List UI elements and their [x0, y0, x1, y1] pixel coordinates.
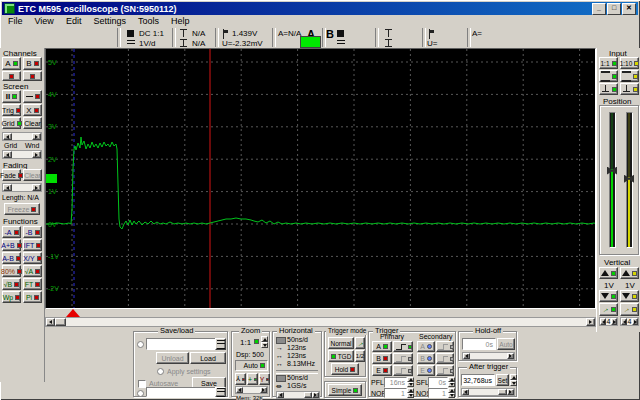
tgd-toggle-button[interactable]: TGD: [328, 350, 354, 362]
spin-down-icon[interactable]: [448, 393, 455, 398]
after-trigger-field[interactable]: 32,768us: [461, 374, 495, 386]
apply-settings-label[interactable]: Apply settings: [167, 368, 211, 375]
scroll-thumb[interactable]: [498, 389, 507, 395]
scroll-left-icon[interactable]: [462, 389, 469, 395]
after-trigger-spinner[interactable]: [510, 374, 517, 386]
channel-a-active-indicator[interactable]: [300, 36, 321, 48]
trigger-primary-e-button[interactable]: E: [372, 365, 392, 376]
hold-button[interactable]: Hold: [331, 363, 359, 375]
zoom-tool-1-button[interactable]: ⅄: [235, 373, 246, 385]
function-pi-button[interactable]: Pi: [23, 291, 42, 303]
scroll-left-icon[interactable]: [236, 387, 243, 393]
function-a-plus-b-button[interactable]: A+B: [2, 239, 21, 251]
scroll-left-icon[interactable]: [277, 392, 284, 398]
vertical-b-up-button[interactable]: [620, 267, 639, 279]
scroll-left-icon[interactable]: [3, 184, 12, 191]
scroll-right-icon[interactable]: [260, 387, 267, 393]
sfl-spinner[interactable]: [448, 377, 455, 387]
scroll-left-icon[interactable]: [3, 151, 12, 158]
sfl-field[interactable]: 0s: [428, 377, 448, 388]
saveload-radio-2[interactable]: [137, 390, 144, 397]
nos-field[interactable]: 1: [428, 388, 448, 398]
trigger-primary-b-button[interactable]: B: [372, 353, 392, 364]
saveload-radio-1[interactable]: [137, 341, 144, 348]
function-neg-b-button[interactable]: -B: [23, 226, 42, 238]
screen-pause-button[interactable]: II: [2, 90, 21, 103]
titlebar[interactable]: ETC M595 oscilloscope (SN:5950112) _ □ ✕: [2, 2, 638, 15]
vertical-a-down-button[interactable]: [599, 290, 618, 302]
menu-tools[interactable]: Tools: [132, 16, 165, 26]
holdoff-scrollbar[interactable]: [462, 352, 515, 360]
spin-right-icon[interactable]: [611, 318, 617, 325]
spin-down-icon[interactable]: [261, 342, 268, 348]
ground-a-button[interactable]: [599, 83, 618, 95]
load-file-dropdown-icon[interactable]: [215, 338, 226, 350]
fade-button[interactable]: Fade: [2, 169, 21, 181]
channel-b-aux-button[interactable]: [23, 71, 42, 81]
input-1-1-button[interactable]: 1:1: [599, 57, 618, 69]
nop-field[interactable]: 1: [384, 388, 407, 398]
trigger-primary-a-button[interactable]: A: [372, 341, 392, 352]
vertical-b-down-button[interactable]: [620, 290, 639, 302]
scroll-right-icon[interactable]: [32, 133, 41, 140]
nop-spinner[interactable]: [407, 388, 414, 398]
trigger-secondary-b-edge-button[interactable]: [436, 353, 454, 364]
coupling-a-button[interactable]: [599, 70, 618, 82]
position-slider-b[interactable]: [626, 112, 633, 248]
trigger-secondary-a-edge-button[interactable]: [436, 341, 454, 352]
zoom-scrollbar[interactable]: [235, 386, 268, 394]
scroll-right-icon[interactable]: [507, 389, 514, 395]
function-ift-button[interactable]: IFT: [23, 239, 42, 251]
unload-button[interactable]: Unload: [156, 352, 189, 364]
spin-down-icon[interactable]: [407, 393, 414, 398]
function-80pct-button[interactable]: 80%: [2, 265, 21, 277]
scroll-right-icon[interactable]: [32, 151, 41, 158]
horizontal-scrollbar[interactable]: [276, 391, 320, 399]
scroll-left-icon[interactable]: [3, 133, 12, 140]
close-icon[interactable]: ✕: [622, 3, 636, 15]
menu-view[interactable]: View: [29, 16, 60, 26]
function-a-minus-b-button[interactable]: A-B: [2, 252, 21, 264]
trigger-secondary-b-button[interactable]: B: [417, 353, 435, 364]
holdoff-field[interactable]: 0s: [462, 338, 496, 350]
load-button[interactable]: Load: [190, 352, 226, 364]
scroll-right-icon[interactable]: [32, 184, 41, 191]
autosave-checkbox[interactable]: [138, 380, 146, 388]
minimize-icon[interactable]: _: [592, 3, 606, 15]
scroll-thumb[interactable]: [304, 392, 312, 398]
menu-edit[interactable]: Edit: [60, 16, 88, 26]
ground-b-button[interactable]: [620, 83, 639, 95]
vertical-a-spinner[interactable]: 4: [599, 317, 618, 326]
input-1-10-button[interactable]: 1:10: [620, 57, 639, 69]
coupling-b-button[interactable]: [620, 70, 639, 82]
spin-down-icon[interactable]: [510, 380, 517, 386]
trigger-normal-button[interactable]: Normal: [328, 337, 354, 349]
channel-b-button[interactable]: B: [23, 57, 42, 70]
trigger-secondary-e-button[interactable]: E: [417, 365, 435, 376]
grid-intensity-scrollbar[interactable]: [2, 132, 42, 141]
fading-scrollbar[interactable]: [2, 183, 42, 192]
trigger-primary-e-edge-button[interactable]: [393, 365, 413, 376]
zoom-ratio-spinner[interactable]: [261, 336, 268, 348]
scroll-right-icon[interactable]: [586, 318, 595, 326]
trigger-primary-b-edge-button[interactable]: [393, 353, 413, 364]
simple-mode-button[interactable]: Simple: [328, 384, 362, 396]
after-trigger-set-button[interactable]: Set: [496, 374, 509, 386]
holdoff-auto-button[interactable]: Auto: [497, 338, 515, 350]
pfl-spinner[interactable]: [407, 377, 414, 387]
menu-settings[interactable]: Settings: [87, 16, 132, 26]
spin-down-icon[interactable]: [448, 382, 455, 387]
after-trigger-scrollbar[interactable]: [461, 388, 515, 396]
spin-down-icon[interactable]: [407, 382, 414, 387]
trigger-rearm-button[interactable]: →: [355, 337, 365, 349]
trigger-position-marker[interactable]: [66, 309, 80, 317]
nos-spinner[interactable]: [448, 388, 455, 398]
scroll-left-icon[interactable]: [46, 318, 55, 326]
function-wp-button[interactable]: Wp: [2, 291, 21, 303]
spin-right-icon[interactable]: [632, 318, 638, 325]
scroll-thumb[interactable]: [55, 318, 66, 326]
save-file-combo[interactable]: [146, 387, 216, 397]
pfl-field[interactable]: 16ns: [384, 377, 407, 388]
position-slider-a[interactable]: [609, 112, 616, 248]
freeze-button[interactable]: Freeze: [4, 203, 40, 215]
